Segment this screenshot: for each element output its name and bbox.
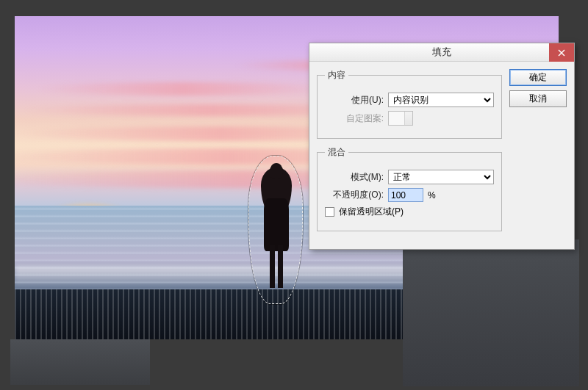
dialog-right-column: 确定 取消 [509, 69, 567, 239]
custom-pattern-picker [388, 111, 413, 126]
opacity-label: 不透明度(O): [325, 189, 384, 201]
use-label: 使用(U): [325, 94, 384, 106]
silhouette-figure [254, 163, 298, 292]
dialog-title: 填充 [432, 46, 451, 59]
use-select[interactable]: 内容识别 [388, 93, 494, 107]
mode-label: 模式(M): [325, 171, 384, 184]
background-panel-left [10, 339, 150, 385]
cancel-button[interactable]: 取消 [509, 90, 567, 107]
opacity-row: 不透明度(O): % [325, 188, 494, 202]
preserve-row: 保留透明区域(P) [325, 206, 494, 218]
mode-select[interactable]: 正常 [388, 170, 494, 184]
custom-pattern-row: 自定图案: [325, 111, 494, 126]
dialog-body: 内容 使用(U): 内容识别 自定图案: 混合 模式(M): [309, 62, 574, 249]
preserve-transparency-label: 保留透明区域(P) [339, 206, 404, 218]
dialog-titlebar[interactable]: 填充 [309, 43, 574, 62]
blend-group: 混合 模式(M): 正常 不透明度(O): % 保留透明区域(P) [317, 146, 502, 231]
fill-dialog: 填充 内容 使用(U): 内容识别 自定图案: [309, 43, 575, 250]
preserve-transparency-checkbox[interactable] [325, 207, 334, 217]
background-panel-right [403, 239, 579, 386]
content-group: 内容 使用(U): 内容识别 自定图案: [317, 69, 502, 139]
blend-legend: 混合 [325, 146, 348, 159]
dialog-left-column: 内容 使用(U): 内容识别 自定图案: 混合 模式(M): [317, 69, 502, 239]
content-legend: 内容 [325, 69, 348, 82]
custom-pattern-label: 自定图案: [325, 112, 384, 125]
opacity-input[interactable] [388, 188, 423, 202]
close-icon [558, 49, 565, 57]
ok-button-label: 确定 [529, 71, 547, 84]
opacity-suffix: % [428, 190, 436, 201]
cancel-button-label: 取消 [529, 93, 547, 105]
use-row: 使用(U): 内容识别 [325, 93, 494, 107]
mode-row: 模式(M): 正常 [325, 170, 494, 184]
close-button[interactable] [549, 43, 574, 62]
ok-button[interactable]: 确定 [509, 69, 567, 86]
